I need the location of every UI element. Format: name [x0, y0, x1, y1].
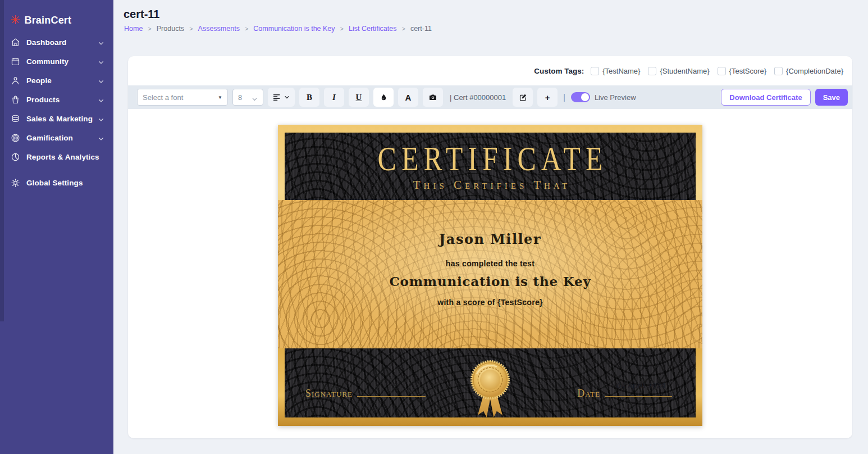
checkbox-icon[interactable] — [591, 67, 599, 75]
sidebar-item-products[interactable]: Products — [0, 90, 113, 109]
medal-icon — [463, 357, 517, 425]
checkbox-icon[interactable] — [648, 67, 656, 75]
certificate-score-line[interactable]: with a score of {TestScore} — [278, 298, 702, 307]
toolbar: Select a font ▼ 8 B I U A | Cert #000000… — [128, 85, 852, 109]
camera-icon — [428, 93, 437, 102]
chevron-down-icon — [98, 77, 104, 84]
underline-button[interactable]: U — [349, 88, 369, 107]
cert-number: | Cert #00000001 — [450, 93, 506, 102]
sidebar-item-label: Dashboard — [26, 38, 98, 47]
toggle-knob — [581, 93, 589, 101]
bold-button[interactable]: B — [299, 88, 319, 107]
sidebar-item-sales-marketing[interactable]: Sales & Marketing — [0, 109, 113, 128]
sidebar-menu: Dashboard Community People Products Sale — [0, 31, 113, 192]
sidebar-item-label: People — [26, 76, 98, 85]
chevron-down-icon — [284, 93, 290, 102]
sidebar-item-gamification[interactable]: Gamification — [0, 128, 113, 147]
breadcrumb-separator: > — [245, 25, 248, 32]
custom-tag-label: {TestScore} — [729, 67, 767, 75]
chevron-down-icon — [98, 96, 104, 103]
breadcrumb-separator: > — [148, 25, 151, 32]
font-size-value: 8 — [238, 93, 242, 102]
breadcrumb-assessments[interactable]: Assessments — [198, 25, 240, 33]
breadcrumb-home[interactable]: Home — [124, 25, 143, 33]
date-label: Date — [577, 388, 600, 399]
home-icon — [11, 38, 20, 47]
italic-button[interactable]: I — [324, 88, 344, 107]
breadcrumb-list-certificates[interactable]: List Certificates — [349, 25, 396, 33]
logo-text: BrainCert — [24, 15, 71, 26]
shopping-bag-icon — [11, 95, 20, 105]
date-line — [605, 396, 672, 397]
download-certificate-button[interactable]: Download Certificate — [721, 89, 810, 106]
edit-button[interactable] — [513, 88, 533, 107]
breadcrumb-separator: > — [340, 25, 344, 32]
custom-tag-label: {StudentName} — [660, 67, 709, 75]
sidebar-item-label: Products — [26, 96, 98, 104]
braincert-logo[interactable]: ✳ BrainCert — [0, 0, 113, 31]
certificate-title: CERTIFICATE — [373, 138, 608, 178]
checkbox-icon[interactable] — [718, 67, 726, 75]
date-block: 04 April 2024 Date — [577, 388, 672, 399]
sidebar-item-people[interactable]: People — [0, 71, 113, 90]
target-icon — [11, 133, 20, 143]
breadcrumb-separator: > — [189, 25, 193, 32]
custom-tag-studentname[interactable]: {StudentName} — [648, 67, 709, 75]
sidebar-item-label: Gamification — [26, 134, 98, 142]
certificate-recipient-name[interactable]: Jason Miller — [278, 200, 702, 247]
font-select[interactable]: Select a font ▼ — [137, 89, 228, 106]
image-upload-button[interactable] — [423, 88, 443, 107]
chevron-down-icon — [98, 58, 104, 65]
align-button[interactable] — [268, 88, 295, 107]
custom-tag-testname[interactable]: {TestName} — [591, 67, 640, 75]
edit-icon — [519, 93, 527, 102]
custom-tag-label: {TestName} — [602, 67, 640, 75]
completion-date-value[interactable]: 04 April 2024 — [616, 382, 665, 390]
pie-chart-icon — [11, 152, 20, 162]
underline-label: U — [356, 93, 362, 102]
certificate-test-name[interactable]: Communication is the Key — [278, 274, 702, 289]
custom-tag-completiondate[interactable]: {CompletionDate} — [774, 67, 843, 75]
calendar-icon — [11, 57, 20, 66]
font-color-button[interactable]: A — [398, 88, 418, 107]
sidebar-item-dashboard[interactable]: Dashboard — [0, 33, 113, 52]
chevron-down-icon — [98, 115, 104, 122]
italic-label: I — [332, 93, 336, 102]
fill-color-button[interactable] — [373, 88, 394, 107]
align-left-icon — [273, 93, 281, 102]
breadcrumb-test[interactable]: Communication is the Key — [253, 25, 335, 33]
certificate-completed-line[interactable]: has completed the test — [278, 259, 702, 268]
font-color-label: A — [405, 93, 412, 102]
braincert-logo-icon: ✳ — [10, 15, 20, 26]
custom-tag-label: {CompletionDate} — [786, 67, 843, 75]
certificate-header-band: CERTIFICATE This Certifies That — [285, 133, 696, 200]
sidebar-item-reports-analytics[interactable]: Reports & Analytics — [0, 147, 113, 166]
live-preview-label: Live Preview — [595, 93, 636, 102]
sidebar: ✳ BrainCert Dashboard Community People P — [0, 0, 113, 454]
certificate-footer-band: Signature — [285, 348, 696, 417]
sidebar-scrollbar[interactable] — [0, 0, 4, 321]
breadcrumb-current: cert-11 — [410, 25, 432, 33]
certificate-preview[interactable]: CERTIFICATE This Certifies That Jason Mi… — [278, 125, 702, 426]
checkbox-icon[interactable] — [774, 67, 783, 75]
droplet-icon — [380, 93, 388, 102]
chevron-down-icon — [98, 134, 104, 141]
font-size-select[interactable]: 8 — [232, 89, 263, 106]
plus-icon: + — [545, 93, 550, 102]
custom-tags-row: Custom Tags: {TestName} {StudentName} {T… — [534, 67, 843, 75]
custom-tag-testscore[interactable]: {TestScore} — [718, 67, 767, 75]
app-root: ✳ BrainCert Dashboard Community People P — [0, 0, 868, 454]
sidebar-item-global-settings[interactable]: Global Settings — [0, 173, 113, 192]
toolbar-divider: | — [563, 93, 565, 102]
page-title: cert-11 — [124, 8, 160, 21]
certificate-editor-card: Custom Tags: {TestName} {StudentName} {T… — [128, 56, 852, 438]
save-button[interactable]: Save — [815, 89, 848, 106]
sidebar-item-community[interactable]: Community — [0, 52, 113, 71]
live-preview-toggle[interactable] — [571, 92, 590, 102]
chevron-down-icon — [98, 39, 104, 46]
add-element-button[interactable]: + — [537, 88, 558, 107]
sidebar-item-label: Sales & Marketing — [26, 115, 98, 123]
signature-label: Signature — [305, 388, 353, 399]
bold-label: B — [307, 93, 312, 102]
coins-icon — [11, 114, 20, 124]
